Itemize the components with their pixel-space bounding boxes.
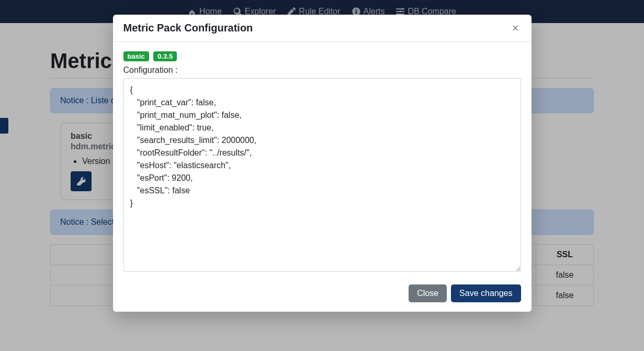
config-textarea[interactable] (123, 78, 521, 272)
badge-name: basic (123, 51, 149, 61)
badge-version: 0.3.5 (153, 51, 177, 61)
save-button[interactable]: Save changes (451, 284, 521, 302)
modal-footer: Close Save changes (113, 277, 532, 306)
modal-header: Metric Pack Configuration × (113, 15, 532, 42)
config-label: Configuration : (123, 65, 521, 75)
modal-backdrop[interactable]: Metric Pack Configuration × basic 0.3.5 … (0, 0, 644, 306)
modal-body: basic 0.3.5 Configuration : (113, 42, 532, 277)
modal-title: Metric Pack Configuration (123, 22, 253, 34)
close-icon[interactable]: × (510, 23, 521, 34)
config-modal: Metric Pack Configuration × basic 0.3.5 … (113, 15, 532, 306)
close-button[interactable]: Close (409, 284, 447, 302)
